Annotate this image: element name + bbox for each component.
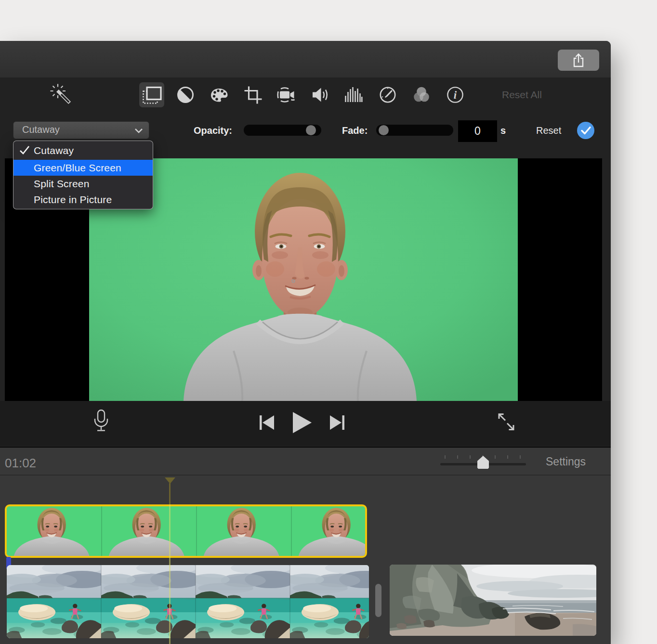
svg-text:i: i [454,89,457,101]
